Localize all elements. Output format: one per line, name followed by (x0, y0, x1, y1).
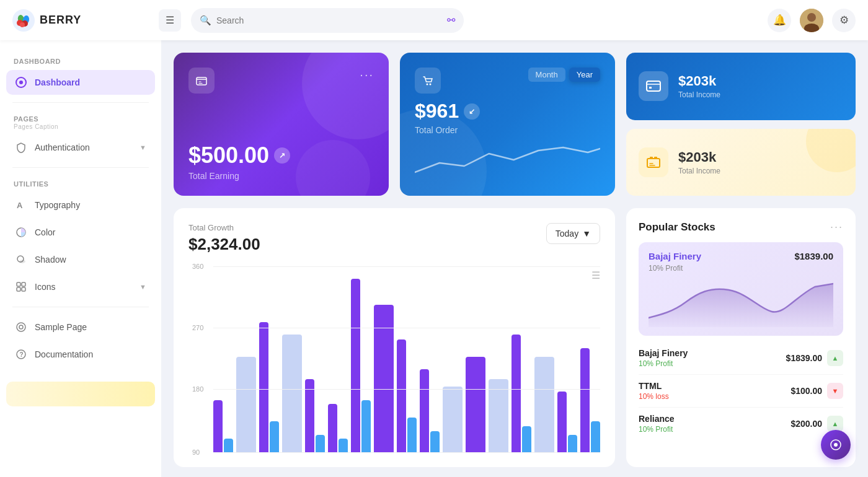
header: BERRY ☰ 🔍 ⚯ 🔔 ⚙ (0, 0, 868, 40)
svg-point-5 (20, 22, 25, 27)
stocks-card: Popular Stocks ··· Bajaj Finery $1839.00… (626, 208, 856, 467)
divider-3 (12, 307, 149, 307)
sidebar-item-dashboard[interactable]: Dashboard (6, 70, 155, 95)
grid-line-360: 360 (213, 266, 600, 267)
chart-title-label: Total Growth (188, 223, 260, 232)
grid-lines: 360 270 180 90 (213, 266, 600, 452)
settings-button[interactable]: ⚙ (832, 9, 856, 32)
highlight-name: Bajaj Finery (649, 251, 701, 261)
highlight-row: Bajaj Finery $1839.00 (649, 251, 833, 261)
authentication-icon (15, 141, 27, 154)
stocks-dots-icon[interactable]: ··· (830, 221, 843, 234)
notification-button[interactable]: 🔔 (768, 9, 791, 32)
main-layout: Dashboard Dashboard Pages Pages Caption … (0, 40, 868, 477)
card-total-order: Month Year $961 ↙ Total Order (400, 53, 615, 196)
top-cards-row: ··· $500.00 ↗ Total Earning (174, 53, 856, 196)
card-earning-amount: $500.00 ↗ (188, 142, 374, 168)
divider-2 (12, 167, 149, 168)
sidebar-item-sample-page[interactable]: Sample Page (6, 315, 155, 339)
card-earning-dots[interactable]: ··· (360, 68, 374, 82)
growth-chart-card: Total Growth $2,324.00 Today ▼ ☰ (174, 208, 615, 467)
search-icon: 🔍 (200, 15, 211, 26)
svg-rect-15 (17, 282, 20, 286)
grid-line-270: 270 (213, 328, 600, 328)
stock-name: Bajaj Finery (639, 348, 688, 358)
sidebar-item-shadow[interactable]: Shadow (6, 247, 155, 272)
month-toggle-button[interactable]: Month (528, 68, 565, 82)
sidebar-item-documentation[interactable]: ? Documentation (6, 342, 155, 367)
earning-card-icon (188, 68, 215, 94)
stock-name: Reliance (639, 414, 675, 424)
mini-card-blue-text: $203k Total Income (678, 73, 720, 99)
gear-icon: ⚙ (839, 14, 849, 27)
chart-title-area: Total Growth $2,324.00 (188, 223, 260, 254)
sidebar-item-typography[interactable]: A Typography (6, 193, 155, 217)
bar-chart-area: ☰ 360 270 180 (188, 266, 600, 452)
svg-rect-26 (647, 81, 660, 91)
sidebar-item-icons[interactable]: Icons ▼ (6, 274, 155, 299)
typography-icon: A (15, 199, 27, 211)
stock-row: Reliance 10% Profit $200.00 ▲ (639, 408, 843, 440)
avatar-image (800, 9, 823, 32)
svg-point-7 (807, 13, 816, 22)
order-trend-icon: ↙ (464, 103, 480, 120)
header-right: 🔔 ⚙ (768, 9, 856, 32)
sample-page-icon (15, 321, 27, 333)
documentation-label: Documentation (35, 349, 93, 359)
shadow-icon (15, 253, 27, 266)
divider-1 (12, 102, 149, 103)
right-column-cards: $203k Total Income $203k (626, 53, 856, 196)
app-name: BERRY (40, 14, 81, 27)
fab-button[interactable] (821, 430, 851, 460)
today-button[interactable]: Today ▼ (546, 223, 600, 244)
shadow-label: Shadow (35, 255, 66, 265)
content-area: ··· $500.00 ↗ Total Earning (161, 40, 868, 477)
grid-label-180: 180 (192, 385, 203, 393)
icons-chevron: ▼ (140, 283, 146, 291)
color-icon (15, 226, 27, 239)
grid-line-180: 180 (213, 389, 600, 390)
sidebar-promo-bar (6, 382, 155, 406)
authentication-chevron: ▼ (140, 144, 146, 151)
mini-card-yellow-desc: Total Income (678, 167, 720, 175)
logo-area: BERRY (12, 9, 149, 32)
card-earning-label: Total Earning (188, 171, 374, 181)
hamburger-button[interactable]: ☰ (159, 9, 181, 32)
svg-rect-29 (650, 157, 653, 159)
pages-section-title: Pages Pages Caption (6, 110, 155, 133)
sidebar-item-authentication[interactable]: Authentication ▼ (6, 135, 155, 160)
mini-card-yellow-amount: $203k (678, 149, 720, 165)
avatar[interactable] (800, 9, 823, 32)
dropdown-icon: ▼ (582, 229, 591, 239)
svg-point-25 (430, 84, 432, 85)
mini-card-blue: $203k Total Income (626, 53, 856, 120)
authentication-label: Authentication (35, 142, 90, 152)
search-input[interactable] (216, 15, 442, 25)
grid-label-270: 270 (192, 324, 203, 331)
stock-rows: Bajaj Finery 10% Profit $1839.00 ▲ TTML … (639, 342, 843, 440)
typography-label: Typography (35, 200, 80, 210)
mini-card-blue-icon (639, 71, 668, 101)
stocks-highlight: Bajaj Finery $1839.00 10% Profit (639, 242, 843, 336)
grid-label-360: 360 (192, 263, 203, 270)
bottom-row: Total Growth $2,324.00 Today ▼ ☰ (174, 208, 856, 467)
stock-price: $200.00 (790, 419, 822, 429)
svg-point-24 (427, 84, 428, 85)
icons-icon (15, 281, 27, 293)
svg-text:A: A (17, 201, 23, 210)
sidebar-item-color[interactable]: Color (6, 220, 155, 245)
mini-card-blue-amount: $203k (678, 73, 720, 89)
year-toggle-button[interactable]: Year (569, 68, 600, 82)
trend-badge: ▲ (827, 350, 843, 366)
order-amount-row: $961 ↙ (415, 100, 600, 123)
stocks-header: Popular Stocks ··· (639, 221, 843, 234)
stock-price: $1839.00 (786, 353, 822, 363)
stock-row: Bajaj Finery 10% Profit $1839.00 ▲ (639, 342, 843, 375)
filter-icon[interactable]: ⚯ (447, 14, 455, 26)
stock-info: Bajaj Finery 10% Profit (639, 348, 688, 368)
stock-row-right: $1839.00 ▲ (786, 350, 843, 366)
svg-point-19 (17, 323, 25, 331)
stocks-title: Popular Stocks (639, 221, 715, 234)
dashboard-label: Dashboard (35, 77, 80, 87)
stock-info: TTML 10% loss (639, 381, 669, 401)
